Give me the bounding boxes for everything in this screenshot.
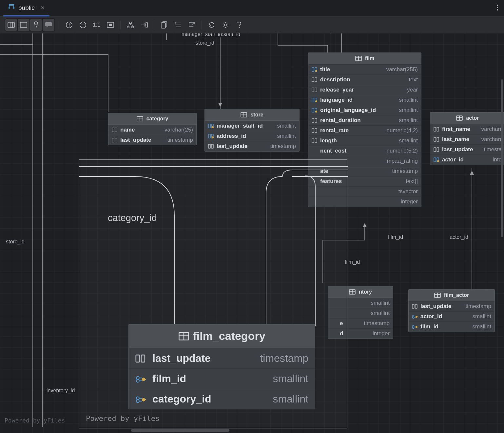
column-name: film_id	[152, 373, 268, 385]
column-type: smallint	[399, 137, 418, 144]
column-name: title	[320, 66, 384, 73]
column-type: smallint	[399, 107, 418, 113]
entity-film-actor[interactable]: film_actor last_updatetimestamp actor_id…	[408, 289, 495, 332]
column-type: year	[407, 87, 418, 93]
column-name: actor_id	[442, 156, 490, 163]
column-type: smallint	[399, 97, 418, 103]
key-icon	[208, 134, 214, 139]
settings-button[interactable]	[220, 19, 231, 31]
zoom-reset-button[interactable]: 1:1	[91, 22, 103, 28]
column-type: numeric(5,2)	[387, 148, 418, 154]
column-row: last_update timestamp	[129, 348, 315, 368]
entity-header: store	[205, 109, 299, 121]
column-type: timesta	[484, 146, 502, 153]
column-name: last_name	[442, 136, 479, 143]
column-row: address_id smallint	[205, 131, 299, 141]
column-type: timestamp	[364, 320, 390, 327]
entity-title: store	[250, 112, 263, 118]
entity-actor[interactable]: actor first_namevarchar( last_namevarcha…	[430, 112, 504, 165]
fit-content-button[interactable]	[105, 19, 116, 31]
diagram-canvas[interactable]: store_id manager_staff_id:staff_id store…	[0, 33, 504, 433]
svg-rect-18	[20, 22, 27, 28]
column-name: address_id	[217, 133, 274, 139]
column-type: timestamp	[392, 168, 418, 175]
svg-rect-31	[127, 26, 129, 28]
column-name: first_name	[442, 126, 479, 133]
entity-header: film	[308, 53, 421, 64]
minimap-panel[interactable]: category_id film_category last_update ti…	[79, 159, 347, 428]
entity-header: category	[108, 113, 196, 125]
list-button[interactable]	[172, 19, 184, 31]
svg-point-12	[497, 5, 498, 6]
edge-label: store_id	[5, 239, 25, 245]
table-icon	[178, 332, 189, 340]
close-icon[interactable]: ✕	[41, 5, 45, 11]
column-type: tsvector	[398, 188, 418, 195]
export-button[interactable]	[186, 19, 198, 31]
route-button[interactable]	[138, 19, 150, 31]
copy-button[interactable]	[158, 19, 170, 31]
horizontal-scrollbar[interactable]	[131, 429, 229, 432]
entity-header: film_actor	[409, 290, 494, 301]
edge-label: actor_id	[449, 234, 469, 240]
columns-view-button[interactable]	[5, 19, 17, 31]
edge-label: film_id	[387, 234, 404, 240]
foreign-key-icon	[135, 374, 157, 383]
column-row: film_id smallint	[129, 368, 315, 389]
tab-menu-icon[interactable]	[494, 2, 501, 14]
comment-view-button[interactable]	[43, 19, 54, 31]
entity-title: category	[146, 116, 168, 122]
entity-title: film	[365, 55, 374, 61]
table-icon	[349, 289, 356, 295]
column-type: smallint	[273, 373, 308, 385]
entity-header: actor	[430, 113, 504, 124]
column-row: last_update timestamp	[205, 141, 299, 151]
tab-bar: public ✕	[0, 0, 504, 16]
column-type: smallint	[273, 393, 308, 405]
key-icon	[208, 123, 214, 129]
help-button[interactable]	[233, 19, 245, 31]
table-icon	[456, 115, 463, 121]
column-type: inte	[493, 156, 502, 163]
tab-label: public	[18, 4, 35, 11]
column-name: actor_id	[420, 313, 470, 320]
column-row: name varchar(25)	[108, 125, 196, 135]
watermark: Powered by yFiles	[86, 414, 160, 423]
zoom-in-button[interactable]	[63, 19, 75, 31]
column-type: smallint	[472, 323, 491, 330]
column-type: smallint	[472, 313, 491, 320]
column-name: last_update	[420, 303, 463, 310]
zoom-out-button[interactable]	[77, 19, 89, 31]
entity-title: film_actor	[444, 292, 469, 298]
column-name: last_update	[217, 143, 268, 150]
column-name: last_update	[152, 352, 255, 364]
single-view-button[interactable]	[18, 19, 29, 31]
column-name: rental_duration	[320, 117, 396, 124]
foreign-key-icon	[135, 394, 157, 404]
column-row: category_id smallint	[129, 389, 315, 409]
column-type: varchar(	[481, 126, 502, 133]
column-name: category_id	[152, 393, 268, 405]
column-icon	[208, 144, 214, 149]
schema-icon	[8, 4, 15, 12]
column-type: smallint	[371, 300, 390, 306]
entity-film-category[interactable]: film_category last_update timestamp film…	[128, 324, 315, 409]
refresh-button[interactable]	[206, 19, 218, 31]
edge-label-zoom: category_id	[107, 213, 158, 223]
tab-public[interactable]: public ✕	[3, 0, 49, 16]
column-type: timestamp	[270, 143, 296, 150]
entity-store[interactable]: store manager_staff_id smallint address_…	[204, 109, 300, 152]
edge-label: inventory_id	[46, 388, 75, 394]
svg-rect-33	[146, 23, 147, 27]
layout-button[interactable]	[125, 19, 136, 31]
entity-category[interactable]: category name varchar(25) last_update ti…	[108, 113, 197, 145]
table-icon	[241, 112, 247, 117]
edge-label: manager_staff_id:staff_id	[181, 33, 241, 37]
column-name: film_id	[420, 323, 470, 330]
column-name: length	[320, 137, 396, 144]
column-name: last_update	[120, 137, 165, 143]
vertical-scrollbar[interactable]	[501, 79, 503, 237]
svg-rect-29	[109, 24, 112, 26]
svg-point-13	[497, 7, 498, 8]
key-view-button[interactable]	[30, 19, 42, 31]
